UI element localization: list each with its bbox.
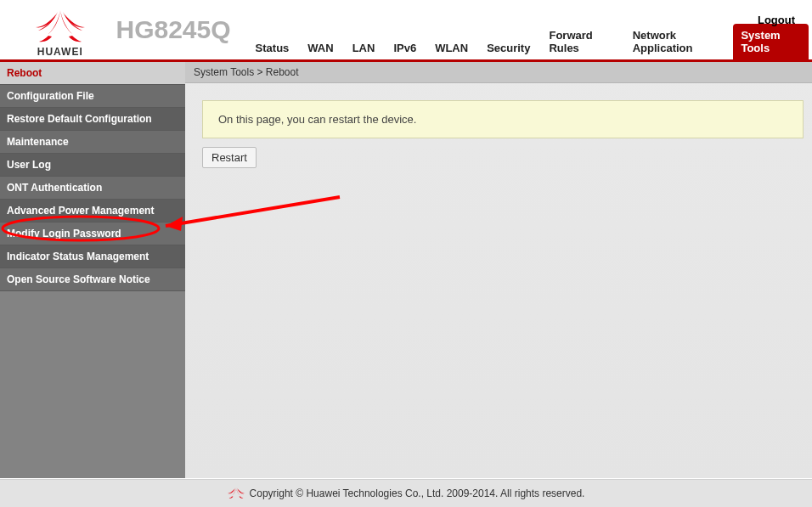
sidebar-item-indicator-status[interactable]: Indicator Status Management [0,245,185,268]
tab-wlan[interactable]: WLAN [427,37,476,59]
sidebar-item-reboot[interactable]: Reboot [0,62,185,85]
logout-link[interactable]: Logout [758,14,795,26]
header: HUAWEI HG8245Q Status WAN LAN IPv6 WLAN … [0,0,812,62]
huawei-icon [228,487,245,500]
sidebar-item-restore-default[interactable]: Restore Default Configuration [0,108,185,131]
info-panel-text: On this page, you can restart the device… [218,113,416,126]
sidebar-fill [0,291,185,478]
breadcrumb: System Tools > Reboot [185,62,812,83]
sidebar-item-configuration-file[interactable]: Configuration File [0,85,185,108]
sidebar-item-modify-password[interactable]: Modify Login Password [0,223,185,245]
info-panel: On this page, you can restart the device… [202,100,804,138]
content-area: System Tools > Reboot On this page, you … [185,62,812,478]
sidebar-item-oss-notice[interactable]: Open Source Software Notice [0,268,185,291]
sidebar-item-ont-auth[interactable]: ONT Authentication [0,177,185,200]
tab-lan[interactable]: LAN [345,37,383,59]
top-nav: Status WAN LAN IPv6 WLAN Security Forwar… [248,24,812,59]
tab-forward-rules[interactable]: Forward Rules [541,24,621,59]
tab-security[interactable]: Security [479,37,538,59]
huawei-icon [36,10,85,44]
sidebar: Reboot Configuration File Restore Defaul… [0,62,185,478]
footer-text: Copyright © Huawei Technologies Co., Ltd… [250,487,585,499]
tab-wan[interactable]: WAN [300,37,341,59]
tab-status[interactable]: Status [248,37,297,59]
tab-network-application[interactable]: Network Application [625,24,730,59]
model-name: HG8245Q [116,15,231,44]
sidebar-item-user-log[interactable]: User Log [0,154,185,177]
sidebar-item-adv-power[interactable]: Advanced Power Management [0,200,185,223]
brand-text: HUAWEI [37,46,83,58]
sidebar-item-maintenance[interactable]: Maintenance [0,131,185,154]
brand-logo: HUAWEI [0,10,112,59]
tab-ipv6[interactable]: IPv6 [386,37,424,59]
restart-button[interactable]: Restart [202,147,257,168]
footer: Copyright © Huawei Technologies Co., Ltd… [0,479,812,507]
tab-system-tools[interactable]: System Tools [733,24,809,59]
